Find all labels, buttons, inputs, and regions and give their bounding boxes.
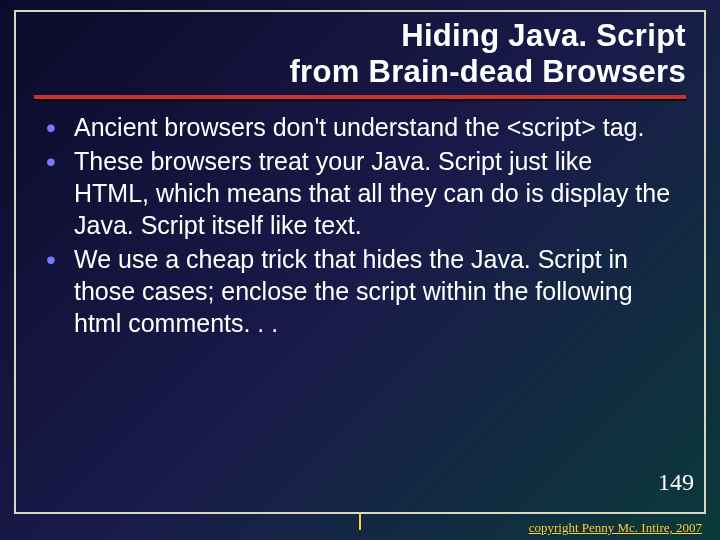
bullet-text: These browsers treat your Java. Script j… (74, 147, 670, 239)
title-underline (34, 95, 686, 99)
bullet-text: tag. (596, 113, 645, 141)
list-item: We use a cheap trick that hides the Java… (44, 243, 672, 339)
title-rule-wrap (16, 95, 704, 99)
list-item: Ancient browsers don't understand the <s… (44, 111, 672, 143)
bullet-list: Ancient browsers don't understand the <s… (44, 111, 672, 339)
script-tag-text: <script> (507, 113, 596, 141)
copyright-text: copyright Penny Mc. Intire, 2007 (529, 520, 702, 536)
slide-number: 149 (658, 469, 694, 496)
title-line-1: Hiding Java. Script (401, 18, 686, 53)
bullet-text: We use a cheap trick that hides the Java… (74, 245, 633, 337)
bullet-text: Ancient browsers don't understand the (74, 113, 507, 141)
slide-title: Hiding Java. Script from Brain-dead Brow… (34, 18, 686, 89)
footer-divider (359, 514, 361, 530)
slide-header: Hiding Java. Script from Brain-dead Brow… (16, 12, 704, 93)
slide-frame: Hiding Java. Script from Brain-dead Brow… (14, 10, 706, 514)
slide-body: Ancient browsers don't understand the <s… (16, 111, 704, 339)
title-line-2: from Brain-dead Browsers (289, 54, 686, 89)
list-item: These browsers treat your Java. Script j… (44, 145, 672, 241)
